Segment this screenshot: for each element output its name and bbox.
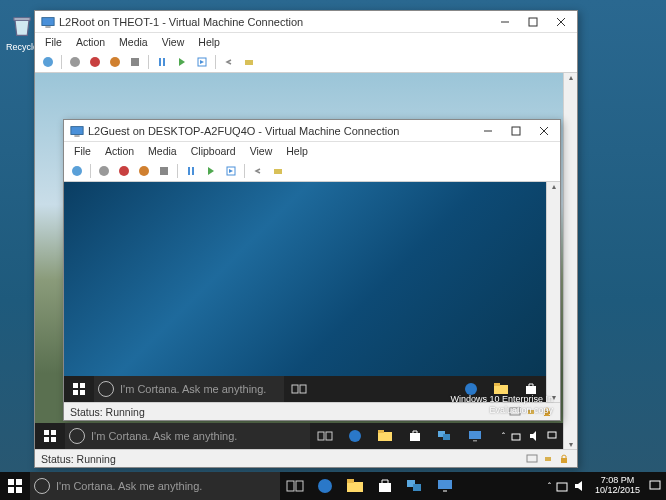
menu-media[interactable]: Media [142, 144, 183, 158]
display-config-icon[interactable] [525, 452, 539, 466]
edge-icon[interactable] [310, 472, 340, 500]
outer-toolbar [35, 51, 577, 73]
revert-button[interactable] [220, 53, 238, 71]
svg-rect-50 [51, 437, 56, 442]
cortana-icon [69, 428, 85, 444]
speaker-icon[interactable] [541, 452, 555, 466]
svg-rect-17 [71, 126, 83, 134]
svg-rect-37 [80, 390, 85, 395]
svg-rect-79 [413, 484, 421, 491]
start-button[interactable] [64, 376, 94, 402]
store-icon[interactable] [400, 423, 430, 449]
task-view-icon[interactable] [310, 423, 340, 449]
menu-clipboard[interactable]: Clipboard [185, 144, 242, 158]
cortana-search[interactable]: I'm Cortana. Ask me anything. [65, 423, 310, 449]
menu-help[interactable]: Help [280, 144, 314, 158]
menu-file[interactable]: File [39, 35, 68, 49]
svg-rect-51 [318, 432, 324, 440]
pause-button[interactable] [153, 53, 171, 71]
scrollbar[interactable] [563, 73, 577, 449]
svg-point-7 [70, 57, 80, 67]
host-taskbar: I'm Cortana. Ask me anything. ˆ 7:08 PM … [0, 472, 666, 500]
task-view-icon[interactable] [280, 472, 310, 500]
close-button[interactable] [547, 12, 575, 32]
recycle-bin-icon [8, 12, 36, 40]
reset-button[interactable] [173, 53, 191, 71]
share-button[interactable] [269, 162, 287, 180]
close-button[interactable] [530, 121, 558, 141]
svg-rect-73 [296, 481, 303, 491]
hyperv-icon[interactable] [430, 423, 460, 449]
network-icon[interactable] [555, 479, 569, 493]
revert-button[interactable] [249, 162, 267, 180]
menu-view[interactable]: View [156, 35, 191, 49]
vmconnect-icon[interactable] [460, 423, 490, 449]
file-explorer-icon[interactable] [370, 423, 400, 449]
volume-icon[interactable] [527, 429, 541, 443]
svg-rect-69 [16, 479, 22, 485]
network-icon[interactable] [509, 429, 523, 443]
pause-button[interactable] [182, 162, 200, 180]
ctrl-alt-del-button[interactable] [39, 53, 57, 71]
cortana-icon [98, 381, 114, 397]
start-button[interactable] [0, 472, 30, 500]
svg-rect-28 [188, 167, 190, 175]
outer-guest-desktop[interactable]: L2Guest on DESKTOP-A2FUQ4O - Virtual Mac… [35, 73, 563, 449]
minimize-button[interactable] [491, 12, 519, 32]
svg-rect-60 [473, 440, 477, 442]
menu-file[interactable]: File [68, 144, 97, 158]
svg-rect-33 [274, 169, 282, 174]
clock[interactable]: 7:08 PM 10/12/2015 [591, 476, 644, 496]
ctrl-alt-del-button[interactable] [68, 162, 86, 180]
svg-marker-83 [575, 481, 582, 491]
outer-titlebar[interactable]: L2Root on THEOT-1 - Virtual Machine Conn… [35, 11, 577, 33]
tray-chevron-icon[interactable]: ˆ [548, 481, 551, 491]
minimize-button[interactable] [474, 121, 502, 141]
tray-chevron-icon[interactable]: ˆ [502, 431, 505, 441]
save-button[interactable] [126, 53, 144, 71]
action-center-icon[interactable] [648, 479, 662, 493]
inner-vm-content: I'm Cortana. Ask me anything. [64, 182, 560, 402]
watermark: Windows 10 Enterprise In Evaluation copy [450, 394, 553, 417]
store-icon[interactable] [370, 472, 400, 500]
start-button[interactable] [35, 423, 65, 449]
task-view-icon[interactable] [284, 376, 314, 402]
cortana-search[interactable]: I'm Cortana. Ask me anything. [30, 472, 280, 500]
inner-guest-desktop[interactable]: I'm Cortana. Ask me anything. [64, 182, 546, 402]
menu-media[interactable]: Media [113, 35, 154, 49]
menu-action[interactable]: Action [70, 35, 111, 49]
checkpoint-button[interactable] [222, 162, 240, 180]
start-button[interactable] [95, 162, 113, 180]
shutdown-button[interactable] [106, 53, 124, 71]
volume-icon[interactable] [573, 479, 587, 493]
file-explorer-icon[interactable] [340, 472, 370, 500]
scrollbar[interactable] [546, 182, 560, 402]
save-button[interactable] [155, 162, 173, 180]
turnoff-button[interactable] [115, 162, 133, 180]
menu-help[interactable]: Help [192, 35, 226, 49]
cortana-search[interactable]: I'm Cortana. Ask me anything. [94, 376, 284, 402]
menu-view[interactable]: View [244, 144, 279, 158]
outer-title: L2Root on THEOT-1 - Virtual Machine Conn… [59, 16, 491, 28]
start-button[interactable] [66, 53, 84, 71]
svg-point-8 [90, 57, 100, 67]
share-button[interactable] [240, 53, 258, 71]
inner-titlebar[interactable]: L2Guest on DESKTOP-A2FUQ4O - Virtual Mac… [64, 120, 560, 142]
svg-rect-3 [529, 18, 537, 26]
svg-rect-11 [159, 58, 161, 66]
checkpoint-button[interactable] [193, 53, 211, 71]
maximize-button[interactable] [519, 12, 547, 32]
shutdown-button[interactable] [135, 162, 153, 180]
turnoff-button[interactable] [86, 53, 104, 71]
reset-button[interactable] [202, 162, 220, 180]
vmconnect-icon[interactable] [430, 472, 460, 500]
menu-action[interactable]: Action [99, 144, 140, 158]
svg-point-24 [99, 166, 109, 176]
hyperv-icon[interactable] [400, 472, 430, 500]
edge-icon[interactable] [340, 423, 370, 449]
action-center-icon[interactable] [545, 429, 559, 443]
lock-icon[interactable] [557, 452, 571, 466]
svg-rect-55 [378, 430, 384, 433]
maximize-button[interactable] [502, 121, 530, 141]
svg-point-6 [43, 57, 53, 67]
